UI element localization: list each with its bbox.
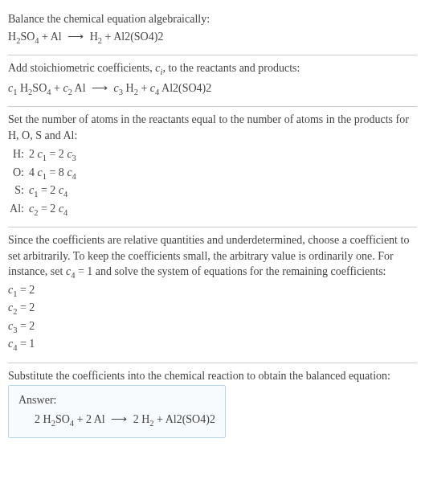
section-problem: Balance the chemical equation algebraica…: [8, 6, 417, 55]
eq-part: 2 H: [130, 413, 149, 425]
text: = 2: [17, 284, 35, 296]
arrow-icon: ⟶: [88, 82, 111, 94]
atom-equation: c1 = 2 c4: [29, 182, 67, 200]
atom-equation: 4 c1 = 8 c4: [29, 165, 76, 182]
text: = 2: [17, 301, 35, 313]
atom-label: H:: [8, 146, 29, 162]
stoich-instruction: Add stoichiometric coefficients, ci, to …: [8, 60, 417, 78]
eq-part: SO: [55, 413, 70, 425]
eq-part: SO: [32, 82, 47, 94]
text: = 2: [47, 148, 67, 160]
section-stoichiometric: Add stoichiometric coefficients, ci, to …: [8, 55, 417, 107]
eq-part: H: [8, 31, 16, 43]
eq-part: + Al: [39, 31, 65, 43]
atom-row-h: H: 2 c1 = 2 c3: [8, 146, 417, 164]
text: = 1: [17, 338, 35, 350]
coef-c3: c3 = 2: [8, 318, 417, 336]
text: 4: [29, 166, 38, 178]
atom-table: H: 2 c1 = 2 c3 O: 4 c1 = 8 c4 S: c1 = 2 …: [8, 146, 417, 219]
answer-instruction: Substitute the coefficients into the che…: [8, 368, 417, 384]
text: = 1 and solve the system of equations fo…: [75, 265, 386, 277]
eq-part: 2 H: [35, 413, 51, 425]
eq-part: + Al2(SO4)2: [154, 413, 215, 425]
eq-part: + 2 Al: [74, 413, 108, 425]
atom-equation: c2 = 2 c4: [29, 201, 67, 219]
atom-row-al: Al: c2 = 2 c4: [8, 201, 417, 219]
text: , to the reactants and products:: [162, 62, 300, 74]
section-answer: Substitute the coefficients into the che…: [8, 363, 417, 447]
subscript: 4: [72, 172, 76, 181]
eq-part: Al2(SO4)2: [159, 82, 211, 94]
problem-title: Balance the chemical equation algebraica…: [8, 11, 417, 27]
coef-c2: c2 = 2: [8, 300, 417, 318]
text: Add stoichiometric coefficients,: [8, 62, 155, 74]
subscript: 4: [63, 190, 67, 199]
problem-equation: H2SO4 + Al ⟶ H2 + Al2(SO4)2: [8, 29, 417, 47]
eq-part: +: [51, 82, 63, 94]
answer-equation: 2 H2SO4 + 2 Al ⟶ 2 H2 + Al2(SO4)2: [18, 412, 215, 429]
atom-label: O:: [8, 165, 29, 181]
atom-label: S:: [8, 182, 29, 199]
arrow-icon: ⟶: [64, 31, 87, 43]
atom-equation: 2 c1 = 2 c3: [29, 146, 76, 164]
eq-part: Al: [72, 82, 88, 94]
atom-row-s: S: c1 = 2 c4: [8, 182, 417, 200]
text: = 2: [17, 320, 35, 332]
text: = 8: [47, 166, 67, 178]
atoms-instruction: Set the number of atoms in the reactants…: [8, 112, 417, 143]
atom-label: Al:: [8, 201, 29, 217]
eq-part: +: [138, 82, 150, 94]
coef-c4: c4 = 1: [8, 336, 417, 354]
eq-part: H: [123, 82, 134, 94]
eq-part: H: [17, 82, 28, 94]
atom-row-o: O: 4 c1 = 8 c4: [8, 165, 417, 182]
subscript: 3: [72, 154, 76, 162]
text: = 2: [38, 203, 58, 215]
section-atoms: Set the number of atoms in the reactants…: [8, 107, 417, 227]
subscript: 4: [63, 207, 67, 216]
answer-box: Answer: 2 H2SO4 + 2 Al ⟶ 2 H2 + Al2(SO4)…: [8, 385, 226, 438]
eq-part: H: [87, 31, 98, 43]
eq-part: SO: [20, 31, 35, 43]
arrow-icon: ⟶: [108, 413, 130, 425]
text: 2: [29, 148, 38, 160]
section-solve: Since the coefficients are relative quan…: [8, 227, 417, 363]
stoich-equation: c1 H2SO4 + c2 Al ⟶ c3 H2 + c4 Al2(SO4)2: [8, 80, 417, 98]
solve-instruction: Since the coefficients are relative quan…: [8, 232, 417, 282]
text: = 2: [38, 184, 58, 196]
answer-label: Answer:: [18, 392, 215, 408]
eq-part: + Al2(SO4)2: [102, 31, 163, 43]
coef-c1: c1 = 2: [8, 282, 417, 300]
